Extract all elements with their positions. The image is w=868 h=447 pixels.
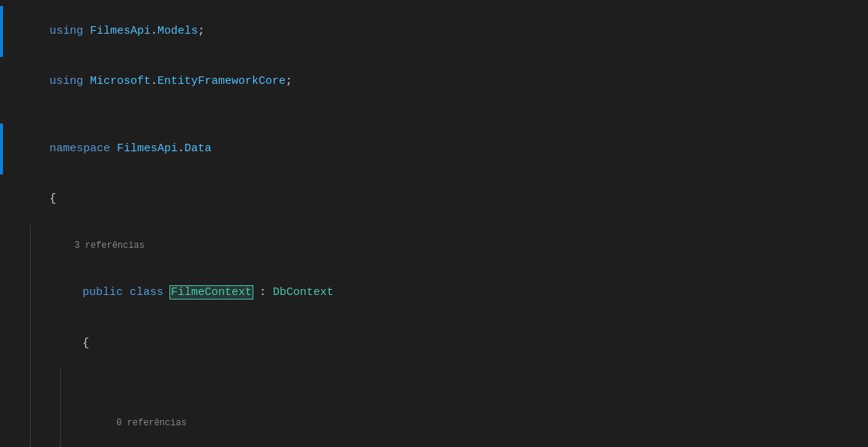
namespace-filmesapi-data: FilmesApi — [117, 142, 178, 155]
line-1: using FilmesApi.Models; — [0, 6, 868, 57]
namespace-microsoft: Microsoft — [90, 75, 151, 88]
line-empty-2 — [0, 369, 868, 386]
line-namespace: namespace FilmesApi.Data — [0, 124, 868, 174]
line-ref-0-ctor: 0 referências — [0, 402, 868, 446]
brace-open-2: { — [82, 337, 89, 350]
line-empty-1 — [0, 107, 868, 124]
line-2: using Microsoft.EntityFrameworkCore; — [0, 57, 868, 108]
ref-count-3: 3 referências — [74, 240, 145, 251]
line-empty-3 — [0, 386, 868, 402]
line-open-brace-2: { — [0, 318, 868, 369]
namespace-filmesapi: FilmesApi — [90, 25, 151, 37]
line-class-decl: public class FilmeContext : DbContext — [0, 268, 868, 319]
keyword-namespace: namespace — [49, 142, 117, 155]
ref-count-0-ctor: 0 referências — [116, 418, 187, 428]
base-dbcontext: DbContext — [273, 286, 334, 299]
classname-filmecontext: FilmeContext — [170, 286, 253, 299]
line-ref-3: 3 referências — [0, 225, 868, 268]
keyword-using: using — [49, 25, 90, 37]
keyword-public: public — [82, 286, 130, 299]
keyword-using-2: using — [49, 75, 90, 88]
line-open-brace-1: { — [0, 174, 868, 225]
keyword-class: class — [130, 286, 170, 299]
brace-open-1: { — [49, 192, 56, 205]
code-editor: using FilmesApi.Models; using Microsoft.… — [0, 0, 868, 447]
